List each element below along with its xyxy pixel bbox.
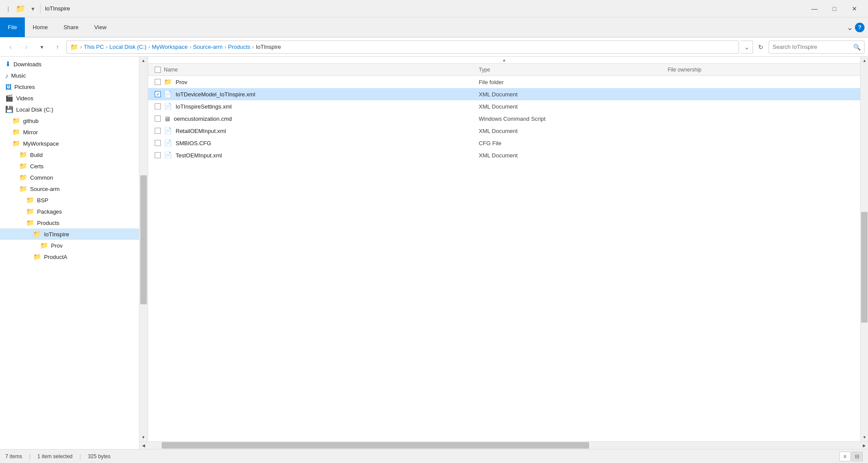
refresh-button[interactable]: ↻: [755, 41, 767, 54]
sidebar-item-build[interactable]: 📁 Build: [0, 149, 139, 160]
folder-bsp-icon: 📁: [26, 196, 34, 204]
up-button[interactable]: ↑: [51, 41, 64, 54]
sidebar-item-pictures[interactable]: 🖼 Pictures: [0, 81, 139, 92]
sort-arrow-up: ▲: [502, 58, 506, 62]
breadcrumb-sourcearm[interactable]: Source-arm: [193, 44, 223, 50]
sidebar-item-certs[interactable]: 📁 Certs: [0, 160, 139, 172]
file-row-testoeminput[interactable]: 📄 TestOEMInput.xml XML Document: [148, 149, 860, 161]
sidebar-item-iotinspire[interactable]: 📁 IoTInspire: [0, 228, 139, 240]
file-row-retailoeminput[interactable]: 📄 RetailOEMInput.xml XML Document: [148, 125, 860, 137]
prov-checkbox[interactable]: [155, 79, 161, 85]
sidebar-item-videos[interactable]: 🎬 Videos: [0, 92, 139, 104]
file-row-prov[interactable]: 📁 Prov File folder: [148, 76, 860, 88]
close-button[interactable]: ✕: [844, 0, 865, 17]
sidebar-item-localdisk[interactable]: 💾 Local Disk (C:): [0, 104, 139, 115]
tab-file[interactable]: File: [0, 17, 25, 37]
sidebar-item-producta[interactable]: 📁 ProductA: [0, 251, 139, 262]
testoeminput-checkbox-area[interactable]: [152, 152, 164, 158]
tab-home[interactable]: Home: [25, 17, 56, 37]
prov-checkbox-area[interactable]: [152, 79, 164, 85]
prov-name: 📁 Prov: [164, 78, 479, 86]
sidebar-item-music[interactable]: ♪ Music: [0, 70, 139, 81]
file-list: 📁 Prov File folder ✓ 📄 IoTDevic: [148, 76, 860, 441]
sidebar-item-mirror[interactable]: 📁 Mirror: [0, 126, 139, 138]
iotinspiresettings-name: 📄 IoTInspireSettings.xml: [164, 102, 479, 110]
scroll-down-btn[interactable]: ▼: [139, 433, 147, 441]
file-header: Name Type File ownership: [148, 64, 860, 76]
iotinspiresettings-checkbox-area[interactable]: [152, 103, 164, 109]
smbios-checkbox-area[interactable]: [152, 140, 164, 146]
maximize-button[interactable]: □: [824, 0, 844, 17]
col-ownership-header[interactable]: File ownership: [668, 67, 857, 73]
sidebar-label-localdisk: Local Disk (C:): [16, 106, 53, 113]
help-button[interactable]: ?: [855, 23, 865, 32]
file-row-iotinspiresettings[interactable]: 📄 IoTInspireSettings.xml XML Document: [148, 100, 860, 112]
hscroll-right-btn[interactable]: ▶: [860, 442, 868, 449]
file-pane-wrapper: ▲ ▼ ▲ Name: [139, 57, 868, 449]
search-input[interactable]: [773, 44, 851, 50]
hscroll-left-btn[interactable]: ◀: [139, 442, 147, 449]
minimize-button[interactable]: —: [804, 0, 824, 17]
search-box[interactable]: 🔍: [769, 41, 865, 54]
details-view-btn[interactable]: ≡: [839, 452, 851, 461]
sidebar-label-pictures: Pictures: [14, 84, 35, 90]
vscroll-thumb: [861, 212, 868, 323]
tab-share[interactable]: Share: [56, 17, 87, 37]
ribbon-collapse-btn[interactable]: ⌄: [847, 23, 853, 32]
breadcrumb-localdisk[interactable]: Local Disk (C:): [109, 44, 146, 50]
testoeminput-checkbox[interactable]: [155, 152, 161, 158]
col-type-header[interactable]: Type: [479, 67, 668, 73]
pin-icon: ▾: [28, 4, 37, 14]
sidebar-item-github[interactable]: 📁 github: [0, 115, 139, 126]
col-name-header[interactable]: Name: [164, 67, 479, 73]
item-count: 7 items: [5, 453, 22, 460]
dropdown-history-btn[interactable]: ▾: [35, 41, 49, 54]
vscroll-down-btn[interactable]: ▼: [861, 433, 868, 441]
iotdevicemodel-checkbox[interactable]: ✓: [155, 91, 161, 97]
tab-view[interactable]: View: [86, 17, 114, 37]
window-title: IoTInspire: [45, 5, 70, 12]
sidebar-item-bsp[interactable]: 📁 BSP: [0, 194, 139, 206]
sidebar-item-prov[interactable]: 📁 Prov: [0, 240, 139, 251]
breadcrumb-thispc[interactable]: This PC: [84, 44, 104, 50]
sidebar-item-products[interactable]: 📁 Products: [0, 217, 139, 228]
sidebar-label-prov: Prov: [51, 242, 63, 249]
prov-type: File folder: [479, 79, 668, 85]
retailoeminput-checkbox-area[interactable]: [152, 128, 164, 134]
breadcrumb[interactable]: 📁 › This PC › Local Disk (C:) › MyWorksp…: [66, 41, 739, 54]
back-button[interactable]: ‹: [3, 41, 17, 54]
iotdevicemodel-file-icon: 📄: [164, 90, 172, 98]
main-area: ⬇ Downloads ♪ Music 🖼 Pictures 🎬 Videos …: [0, 57, 868, 449]
breadcrumb-myworkspace[interactable]: MyWorkspace: [152, 44, 188, 50]
oemcustomization-checkbox[interactable]: [155, 116, 161, 122]
folder-certs-icon: 📁: [19, 162, 27, 170]
breadcrumb-products[interactable]: Products: [228, 44, 250, 50]
scroll-up-btn[interactable]: ▲: [139, 57, 147, 65]
list-view-btn[interactable]: ⊟: [851, 452, 863, 461]
iotdevicemodel-checkbox-area[interactable]: ✓: [152, 91, 164, 97]
breadcrumb-iotinspire[interactable]: IoTInspire: [256, 44, 281, 50]
hscroll-track[interactable]: [147, 442, 860, 449]
sidebar-item-packages[interactable]: 📁 Packages: [0, 206, 139, 217]
header-check[interactable]: [152, 67, 164, 73]
status-bar: 7 items | 1 item selected | 325 bytes ≡ …: [0, 449, 868, 463]
sidebar-item-downloads[interactable]: ⬇ Downloads: [0, 58, 139, 70]
sidebar-item-sourcearm[interactable]: 📁 Source-arm: [0, 183, 139, 194]
retailoeminput-checkbox[interactable]: [155, 128, 161, 134]
select-all-checkbox[interactable]: [155, 67, 161, 73]
file-row-oemcustomization[interactable]: 🖥 oemcustomization.cmd Windows Command S…: [148, 112, 860, 125]
sidebar-item-common[interactable]: 📁 Common: [0, 172, 139, 183]
file-row-smbios[interactable]: 📄 SMBIOS.CFG CFG File: [148, 137, 860, 149]
file-row-iotdevicemodel[interactable]: ✓ 📄 IoTDeviceModel_IoTInspire.xml XML Do…: [148, 88, 860, 100]
forward-button[interactable]: ›: [19, 41, 33, 54]
title-bar-icons: | 📁 ▾: [3, 4, 37, 14]
address-dropdown-btn[interactable]: ⌄: [741, 41, 753, 54]
title-bar: | 📁 ▾ IoTInspire — □ ✕: [0, 0, 868, 17]
oemcustomization-checkbox-area[interactable]: [152, 116, 164, 122]
iotinspiresettings-checkbox[interactable]: [155, 103, 161, 109]
vscroll-track[interactable]: [861, 65, 868, 433]
sidebar-item-myworkspace[interactable]: 📁 MyWorkspace: [0, 138, 139, 149]
smbios-checkbox[interactable]: [155, 140, 161, 146]
sidebar-label-iotinspire: IoTInspire: [44, 231, 69, 238]
vscroll-up-btn[interactable]: ▲: [861, 57, 868, 65]
